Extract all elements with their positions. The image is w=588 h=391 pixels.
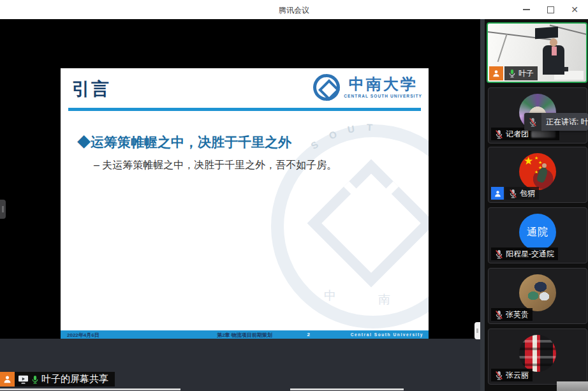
maximize-icon [547, 6, 554, 13]
obscured-text [531, 130, 555, 138]
participant-name: 阳程星-交通院 [506, 249, 554, 260]
host-badge [489, 66, 503, 80]
screen-share-icon [18, 374, 29, 384]
participant-name: 包猬 [520, 188, 535, 199]
minimize-button[interactable] [519, 3, 533, 17]
participant-label: 张云丽 [491, 369, 533, 381]
avatar [519, 335, 556, 372]
university-name-en: CENTRAL SOUTH UNIVERSITY [344, 94, 422, 98]
slide-footer-date: 2022年4月6日 [67, 332, 99, 339]
minimize-icon [523, 9, 530, 10]
participant-tile[interactable]: 通院 阳程星-交通院 [488, 207, 587, 263]
background-window-fragment [557, 381, 588, 391]
slide-footer-chapter: 第2章 物流项目前期策划 [217, 332, 272, 339]
participant-name: 张云丽 [506, 370, 529, 381]
slide-footer-university: Central South University [351, 332, 423, 337]
participant-name: 张英贵 [506, 309, 529, 320]
participant-name: 叶子 [518, 68, 534, 79]
window-bottom-border [290, 388, 404, 390]
participant-label: 张英贵 [491, 308, 533, 321]
left-panel-collapse-tab[interactable] [0, 200, 6, 219]
tooltip-mic-icon-box [524, 113, 541, 131]
watermark-letter: T [367, 122, 373, 133]
close-button[interactable]: ✕ [568, 3, 582, 17]
mic-on-icon [31, 375, 39, 384]
mic-muted-icon [529, 117, 537, 127]
slide-footer-bar: 2022年4月6日 第2章 物流项目前期策划 2 Central South U… [61, 330, 429, 339]
slide-title: 引言 [72, 77, 110, 101]
participant-label: 阳程星-交通院 [491, 247, 558, 260]
university-logo: 中南大学 CENTRAL SOUTH UNIVERSITY [313, 74, 422, 101]
window-title: 腾讯会议 [0, 5, 588, 16]
sidebar-collapse-handle[interactable] [474, 322, 480, 339]
mic-muted-icon [509, 189, 517, 198]
grip-icon [476, 328, 478, 333]
screen-share-status: 叶子的屏幕共享 [0, 372, 115, 387]
avatar: 通院 [519, 214, 556, 251]
video-scene-detail [550, 38, 557, 47]
watermark-char: 南 [378, 291, 390, 308]
slide-heading: ◆运筹策帷幄之中，决胜于千里之外 [77, 133, 291, 151]
watermark-char: 中 [324, 288, 336, 304]
university-name-cn: 中南大学 [349, 77, 418, 92]
participant-tile[interactable]: ★ ★ ★ ★ ★ 包猬 [488, 147, 587, 203]
sharer-badge [0, 372, 15, 387]
speaking-indicator-text: 正在讲话: 叶 [541, 113, 588, 131]
avatar-figure [542, 163, 547, 168]
window-bottom-border [0, 388, 180, 390]
video-scene-detail [552, 47, 557, 55]
close-icon: ✕ [571, 5, 578, 14]
slide-divider-rule [68, 108, 421, 111]
mic-muted-icon [495, 371, 503, 380]
mic-muted-icon [495, 310, 503, 320]
avatar [519, 274, 556, 311]
participant-tile[interactable]: 张云丽 [488, 328, 587, 385]
person-icon [492, 69, 501, 78]
participant-tile-video[interactable]: 叶子 [487, 22, 587, 83]
watermark-letter: U [347, 123, 356, 135]
mic-on-icon [508, 69, 516, 78]
video-scene-detail [535, 27, 558, 40]
person-icon [3, 374, 12, 384]
slide-body-text: – 夫运筹策帷幄之中，决胜于千里之外，吾不如子房。 [94, 159, 337, 172]
avatar: ★ ★ ★ ★ ★ [519, 153, 556, 190]
participant-tile[interactable]: 张英贵 [488, 268, 587, 324]
star-icon: ★ [524, 154, 533, 168]
slide-page-number: 2 [307, 332, 310, 337]
maximize-button[interactable] [543, 3, 557, 17]
avatar-text: 通院 [527, 226, 548, 239]
share-status-label: 叶子的屏幕共享 [15, 372, 115, 387]
person-icon [494, 189, 502, 198]
speaking-indicator-tooltip: 正在讲话: 叶 [524, 113, 588, 131]
window-titlebar: 腾讯会议 ✕ [0, 0, 588, 19]
window-controls: ✕ [519, 0, 582, 19]
grip-icon [2, 206, 4, 212]
university-seal-icon [313, 74, 340, 101]
participants-sidebar: 叶子 记者团 正在讲话: 叶 ★ ★ ★ ★ ★ [480, 19, 588, 391]
mic-muted-icon [495, 249, 503, 259]
presentation-slide: S O U T 中 南 引言 中南大学 CENTRAL SOUTH UNIVER… [61, 68, 429, 339]
shared-screen-stage: S O U T 中 南 引言 中南大学 CENTRAL SOUTH UNIVER… [0, 19, 480, 391]
participant-label: 包猬 [505, 187, 539, 200]
mic-muted-icon [495, 129, 503, 139]
sidebar-divider [480, 19, 485, 391]
participant-label: 叶子 [504, 66, 538, 80]
member-badge [491, 187, 504, 200]
share-status-text: 叶子的屏幕共享 [41, 373, 108, 385]
